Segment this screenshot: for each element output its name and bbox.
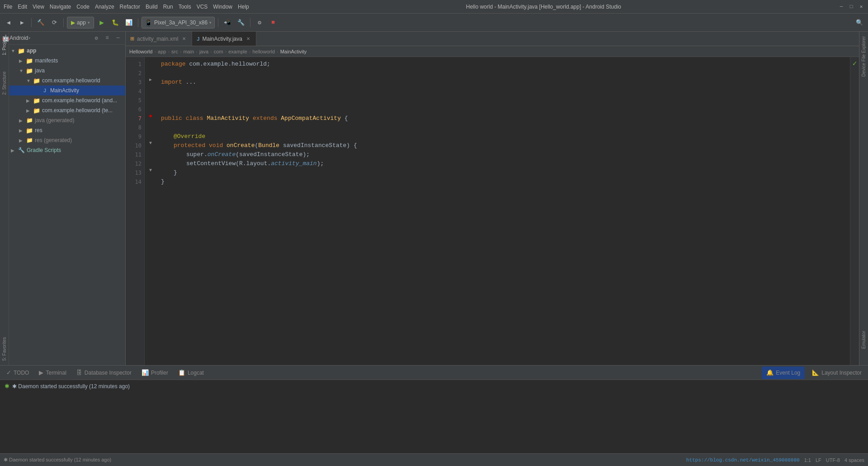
tree-item-java[interactable]: ▼ 📁 java xyxy=(9,66,125,76)
cursor-position[interactable]: 1:1 xyxy=(804,457,811,463)
gutter-breakpoint-7[interactable]: ● xyxy=(145,111,156,120)
search-button[interactable]: 🔍 xyxy=(854,17,865,29)
code-editor[interactable]: 1 2 3 4 5 6 7 8 9 10 11 12 13 14 ▶ xyxy=(126,57,859,365)
favorites-tool-tab[interactable]: 5: Favorites xyxy=(1,334,8,363)
app-selector[interactable]: ▶ app ▾ xyxy=(67,17,94,29)
event-log-icon: 🔔 xyxy=(766,369,774,376)
breadcrumb-main[interactable]: main xyxy=(183,49,194,54)
breadcrumb-example[interactable]: example xyxy=(228,49,247,54)
maximize-button[interactable]: □ xyxy=(848,4,854,10)
menu-analyze[interactable]: Analyze xyxy=(95,4,114,10)
tab-mainactivity-java[interactable]: J MainActivity.java ✕ xyxy=(192,32,256,46)
breadcrumb-java[interactable]: java xyxy=(199,49,208,54)
tab-database-inspector[interactable]: 🗄 Database Inspector xyxy=(72,366,136,379)
android-view-selector[interactable]: 🤖 Android ▾ xyxy=(12,33,21,43)
gutter-1 xyxy=(145,57,156,66)
res-gen-icon: 📁 xyxy=(25,137,33,144)
tree-label: java xyxy=(35,67,45,74)
stop-button[interactable]: ■ xyxy=(267,17,279,29)
tab-close-xml[interactable]: ✕ xyxy=(181,36,187,42)
avd-button[interactable]: 📲 xyxy=(222,17,233,29)
sync-button[interactable]: ⟳ xyxy=(48,17,60,29)
tree-item-package-te[interactable]: ▶ 📁 com.example.helloworld (te... xyxy=(9,105,125,115)
menu-refactor[interactable]: Refactor xyxy=(120,4,140,10)
menu-run[interactable]: Run xyxy=(163,4,173,10)
code-text-area[interactable]: package com.example.helloworld; import .… xyxy=(156,57,850,365)
indent-info[interactable]: 4 spaces xyxy=(844,457,864,463)
code-line-1: package com.example.helloworld; xyxy=(161,60,850,69)
breadcrumb-app[interactable]: app xyxy=(158,49,166,54)
breadcrumb-mainactivity[interactable]: MainActivity xyxy=(280,49,307,54)
tab-close-java[interactable]: ✕ xyxy=(245,36,251,42)
project-panel: 🤖 Android ▾ ⚙ ≡ — ▼ 📁 app ▶ 📁 manifests xyxy=(9,32,126,365)
tree-item-manifests[interactable]: ▶ 📁 manifests xyxy=(9,56,125,66)
menu-edit[interactable]: Edit xyxy=(18,4,27,10)
menu-view[interactable]: View xyxy=(33,4,44,10)
menu-vcs[interactable]: VCS xyxy=(197,4,208,10)
status-url[interactable]: https://blog.csdn.net/weixin_459088880 xyxy=(686,457,800,463)
java-gen-icon: 📁 xyxy=(25,117,33,124)
tree-item-package-main[interactable]: ▼ 📁 com.example.helloworld xyxy=(9,76,125,86)
menu-bar[interactable]: File Edit View Navigate Code Analyze Ref… xyxy=(4,4,249,10)
breadcrumb-helloworld[interactable]: Helloworld xyxy=(129,49,152,54)
forward-button[interactable]: ▶ xyxy=(16,17,28,29)
line-separator[interactable]: LF xyxy=(816,457,821,463)
tree-item-res[interactable]: ▶ 📁 res xyxy=(9,125,125,135)
code-line-13: } xyxy=(161,168,850,177)
tree-item-app[interactable]: ▼ 📁 app xyxy=(9,46,125,56)
code-line-6 xyxy=(161,105,850,114)
run-button[interactable]: ▶ xyxy=(96,17,108,29)
tab-profiler[interactable]: 📊 Profiler xyxy=(137,366,173,379)
menu-code[interactable]: Code xyxy=(76,4,90,10)
gutter-fold-13[interactable]: ▼ xyxy=(145,166,156,175)
profile-button[interactable]: 📊 xyxy=(123,17,135,29)
right-tool-strip: Device File Explorer Emulator xyxy=(859,32,868,365)
window-controls[interactable]: ─ □ ✕ xyxy=(838,4,864,10)
debug-button[interactable]: 🐛 xyxy=(109,17,121,29)
tab-terminal[interactable]: ▶ Terminal xyxy=(34,366,71,379)
run-tests-button[interactable]: ⚙ xyxy=(254,17,265,29)
xml-tab-icon: ⊞ xyxy=(130,36,134,42)
tree-item-package-and[interactable]: ▶ 📁 com.example.helloworld (and... xyxy=(9,95,125,105)
tree-item-mainactivity[interactable]: J MainActivity xyxy=(9,86,125,95)
menu-window[interactable]: Window xyxy=(213,4,232,10)
tree-item-java-gen[interactable]: ▶ 📁 java (generated) xyxy=(9,115,125,125)
emulator-tab[interactable]: Emulator xyxy=(860,328,867,352)
tree-item-gradle[interactable]: ▶ 🔧 Gradle Scripts xyxy=(9,145,125,155)
device-selector[interactable]: 📱 Pixel_3a_API_30_x86 ▾ xyxy=(142,17,215,29)
tab-activity-main-xml[interactable]: ⊞ activity_main.xml ✕ xyxy=(126,32,192,46)
gutter-fold-10[interactable]: ▼ xyxy=(145,138,156,147)
tab-logcat[interactable]: 📋 Logcat xyxy=(174,366,208,379)
menu-navigate[interactable]: Navigate xyxy=(50,4,71,10)
tab-layout-inspector[interactable]: 📐 Layout Inspector xyxy=(807,366,866,379)
encoding[interactable]: UTF-8 xyxy=(826,457,840,463)
filter-icon[interactable]: ≡ xyxy=(103,33,112,43)
build-button[interactable]: 🔨 xyxy=(35,17,47,29)
code-line-11: super. onCreate (savedInstanceState); xyxy=(161,150,850,159)
sdk-button[interactable]: 🔧 xyxy=(235,17,247,29)
breadcrumb-src[interactable]: src xyxy=(171,49,178,54)
breadcrumb-com[interactable]: com xyxy=(214,49,223,54)
close-button[interactable]: ✕ xyxy=(858,4,864,10)
breadcrumb-helloworld2[interactable]: helloworld xyxy=(252,49,275,54)
tab-event-log[interactable]: 🔔 Event Log xyxy=(762,366,805,379)
sep: › xyxy=(154,49,156,54)
menu-help[interactable]: Help xyxy=(238,4,249,10)
gear-icon[interactable]: ⚙ xyxy=(92,33,101,43)
menu-build[interactable]: Build xyxy=(146,4,158,10)
tree-item-res-gen[interactable]: ▶ 📁 res (generated) xyxy=(9,135,125,145)
keyword-import: import xyxy=(161,78,182,87)
tree-arrow: ▼ xyxy=(19,68,25,73)
menu-tools[interactable]: Tools xyxy=(179,4,191,10)
back-button[interactable]: ◀ xyxy=(3,17,14,29)
minimize-button[interactable]: ─ xyxy=(838,4,844,10)
line-num-10: 10 xyxy=(126,141,144,150)
minimize-panel-icon[interactable]: — xyxy=(113,33,123,43)
device-file-explorer-tab[interactable]: Device File Explorer xyxy=(860,33,867,79)
structure-tool-tab[interactable]: 2: Structure xyxy=(1,69,8,98)
gutter-fold-3[interactable]: ▶ xyxy=(145,75,156,84)
tab-todo[interactable]: ✓ TODO xyxy=(2,366,33,379)
layout-inspector-icon: 📐 xyxy=(812,369,819,376)
project-tool-tab[interactable]: 1: Project xyxy=(1,33,8,58)
menu-file[interactable]: File xyxy=(4,4,12,10)
